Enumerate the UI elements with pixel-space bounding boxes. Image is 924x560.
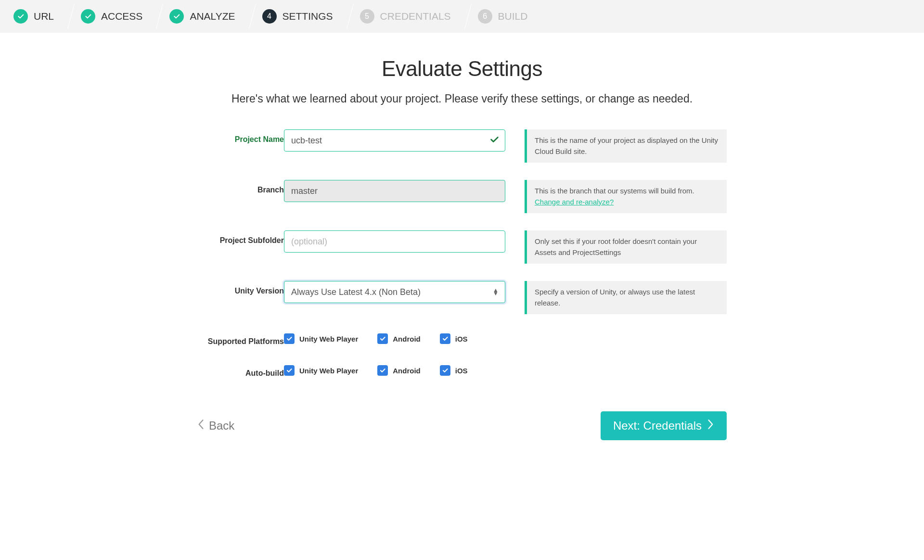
autobuild-label: Auto-build xyxy=(197,363,284,378)
step-label: ANALYZE xyxy=(190,11,235,22)
step-label: BUILD xyxy=(498,11,528,22)
step-url[interactable]: URL xyxy=(0,0,67,33)
version-select[interactable]: Always Use Latest 4.x (Non Beta) xyxy=(284,281,505,303)
step-label: CREDENTIALS xyxy=(380,11,451,22)
autobuild-ios: iOS xyxy=(440,365,468,376)
page-title: Evaluate Settings xyxy=(197,57,727,81)
branch-field-wrap xyxy=(284,180,505,202)
checkmark-icon xyxy=(13,9,28,24)
next-label: Next: Credentials xyxy=(613,419,702,433)
checkbox-ios[interactable] xyxy=(440,333,450,344)
project-name-input[interactable] xyxy=(284,129,505,152)
page-subtitle: Here's what we learned about your projec… xyxy=(197,92,727,105)
branch-input xyxy=(284,180,505,202)
branch-hint: This is the branch that our systems will… xyxy=(525,180,727,213)
branch-hint-text: This is the branch that our systems will… xyxy=(535,187,694,195)
checkmark-icon xyxy=(489,134,500,147)
subfolder-label: Project Subfolder xyxy=(197,230,284,245)
branch-label: Branch xyxy=(197,180,284,194)
version-field-wrap: Always Use Latest 4.x (Non Beta) ▲▼ xyxy=(284,281,505,303)
autobuild-webplayer-label: Unity Web Player xyxy=(299,367,358,375)
platform-android: Android xyxy=(377,333,421,344)
chevron-right-icon xyxy=(707,419,714,433)
platform-android-label: Android xyxy=(393,335,421,343)
version-label: Unity Version xyxy=(197,281,284,295)
step-settings[interactable]: 4 SETTINGS xyxy=(249,0,346,33)
step-label: URL xyxy=(34,11,54,22)
step-label: ACCESS xyxy=(101,11,142,22)
version-hint: Specify a version of Unity, or always us… xyxy=(525,281,727,314)
reanalyze-link[interactable]: Change and re-analyze? xyxy=(535,198,614,206)
checkmark-icon xyxy=(81,9,95,24)
platform-ios-label: iOS xyxy=(455,335,468,343)
platform-webplayer-label: Unity Web Player xyxy=(299,335,358,343)
subfolder-hint: Only set this if your root folder doesn'… xyxy=(525,230,727,264)
platforms-checks: Unity Web Player Android iOS xyxy=(284,331,727,344)
project-name-label: Project Name xyxy=(197,129,284,144)
checkbox-ab-android[interactable] xyxy=(377,365,388,376)
checkbox-android[interactable] xyxy=(377,333,388,344)
checkbox-webplayer[interactable] xyxy=(284,333,295,344)
step-number-badge: 5 xyxy=(360,9,374,24)
checkmark-icon xyxy=(169,9,184,24)
checkbox-ab-webplayer[interactable] xyxy=(284,365,295,376)
autobuild-android-label: Android xyxy=(393,367,421,375)
project-name-hint: This is the name of your project as disp… xyxy=(525,129,727,163)
settings-form: Project Name This is the name of your pr… xyxy=(197,129,727,378)
next-button[interactable]: Next: Credentials xyxy=(601,411,727,440)
step-number-badge: 6 xyxy=(478,9,492,24)
autobuild-android: Android xyxy=(377,365,421,376)
step-analyze[interactable]: ANALYZE xyxy=(156,0,248,33)
project-name-field-wrap xyxy=(284,129,505,152)
step-access[interactable]: ACCESS xyxy=(67,0,156,33)
back-button[interactable]: Back xyxy=(197,419,234,433)
platforms-label: Supported Platforms xyxy=(197,331,284,346)
step-label: SETTINGS xyxy=(282,11,333,22)
checkbox-ab-ios[interactable] xyxy=(440,365,450,376)
autobuild-ios-label: iOS xyxy=(455,367,468,375)
subfolder-field-wrap xyxy=(284,230,505,253)
autobuild-checks: Unity Web Player Android iOS xyxy=(284,363,727,376)
platform-webplayer: Unity Web Player xyxy=(284,333,358,344)
subfolder-input[interactable] xyxy=(284,230,505,253)
stepper: URL ACCESS ANALYZE 4 SETTINGS 5 CREDENTI… xyxy=(0,0,924,33)
platform-ios: iOS xyxy=(440,333,468,344)
footer-nav: Back Next: Credentials xyxy=(197,411,727,440)
chevron-left-icon xyxy=(197,419,204,433)
step-number-badge: 4 xyxy=(262,9,277,24)
back-label: Back xyxy=(209,419,234,433)
step-build[interactable]: 6 BUILD xyxy=(464,0,541,33)
autobuild-webplayer: Unity Web Player xyxy=(284,365,358,376)
step-credentials[interactable]: 5 CREDENTIALS xyxy=(346,0,464,33)
main-content: Evaluate Settings Here's what we learned… xyxy=(178,33,746,459)
